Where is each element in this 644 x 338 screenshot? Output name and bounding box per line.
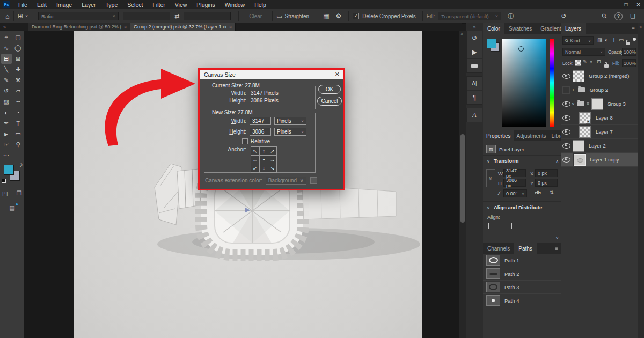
- shape-tool-icon[interactable]: ▭: [13, 129, 24, 139]
- clear-button[interactable]: Clear: [243, 13, 268, 19]
- anchor-top-left[interactable]: ↖: [251, 147, 259, 155]
- healing-brush-tool-icon[interactable]: ✚: [13, 64, 24, 75]
- lock-all-icon[interactable]: [604, 60, 609, 70]
- layer-thumbnail[interactable]: ▣: [579, 112, 591, 124]
- height-input[interactable]: 3086 px: [503, 179, 526, 187]
- crop-height-input[interactable]: [184, 12, 231, 20]
- history-panel-icon[interactable]: ↺: [467, 31, 482, 45]
- layer-thumbnail[interactable]: [579, 126, 591, 138]
- layer-thumbnail[interactable]: [573, 70, 584, 82]
- object-selection-tool-icon[interactable]: ◯: [13, 43, 24, 53]
- type-tool-icon[interactable]: T: [13, 118, 24, 128]
- quick-mask-icon[interactable]: ◳: [0, 188, 10, 199]
- filter-adjustment-layers-icon[interactable]: ◐: [605, 37, 608, 43]
- collapse-align-icon[interactable]: ∨: [487, 206, 490, 210]
- path-row[interactable]: Path 1: [483, 254, 561, 267]
- move-tool-icon[interactable]: ⌖: [1, 32, 12, 42]
- layer-row-layer7[interactable]: Layer 7: [561, 125, 638, 139]
- visibility-eye-icon[interactable]: [562, 74, 570, 79]
- minimize-icon[interactable]: —: [611, 2, 616, 8]
- panel-menu-icon[interactable]: ≡: [555, 246, 558, 252]
- y-input[interactable]: 0 px: [535, 179, 558, 187]
- delete-cropped-pixels-checkbox[interactable]: ✓: [353, 13, 359, 19]
- info-icon[interactable]: ⓘ: [508, 12, 514, 20]
- foreground-swatch[interactable]: [487, 39, 496, 48]
- tab-color[interactable]: Color: [483, 23, 504, 34]
- lock-artboard-icon[interactable]: ⊡: [597, 59, 601, 64]
- layer-thumbnail[interactable]: [574, 154, 586, 166]
- frame-tool-icon[interactable]: ⊠: [13, 54, 24, 64]
- dialog-title-bar[interactable]: Canvas Size ✕: [200, 70, 343, 79]
- layer-thumbnail[interactable]: [573, 140, 584, 152]
- crop-overlay-icon[interactable]: ▦: [323, 12, 329, 20]
- foreground-color-swatch[interactable]: [4, 165, 14, 175]
- lasso-tool-icon[interactable]: ∿: [1, 43, 12, 53]
- straighten-icon[interactable]: ▭: [276, 13, 282, 20]
- color-field-marker[interactable]: [518, 46, 524, 52]
- menu-help[interactable]: Help: [250, 2, 271, 8]
- menu-window[interactable]: Window: [220, 2, 250, 8]
- lock-transparency-icon[interactable]: [575, 60, 581, 66]
- hue-slider[interactable]: [550, 39, 554, 127]
- new-width-input[interactable]: 3147: [250, 117, 271, 125]
- close-icon[interactable]: ✕: [636, 2, 641, 8]
- tab-properties[interactable]: Properties: [483, 130, 514, 141]
- menu-image[interactable]: Image: [52, 2, 77, 8]
- filter-pixel-layers-icon[interactable]: ▨: [597, 37, 602, 43]
- crop-tool-icon[interactable]: ⊞: [18, 12, 23, 20]
- notes-panel-icon[interactable]: [467, 59, 482, 72]
- path-row[interactable]: Path 2: [483, 267, 561, 281]
- visibility-eye-icon[interactable]: [562, 143, 570, 149]
- anchor-top-right[interactable]: ↗: [268, 147, 276, 155]
- panel-menu-icon[interactable]: ≡: [632, 26, 634, 32]
- dialog-close-icon[interactable]: ✕: [335, 71, 340, 78]
- restore-icon[interactable]: □: [625, 2, 628, 8]
- layer-thumbnail[interactable]: [591, 98, 603, 110]
- crop-tool-active-icon[interactable]: ⊞: [1, 54, 12, 64]
- scroll-down-icon[interactable]: ∨: [555, 236, 559, 240]
- menu-select[interactable]: Select: [122, 2, 148, 8]
- marquee-tool-icon[interactable]: ▢: [13, 32, 24, 42]
- gradient-tool-icon[interactable]: ▨: [1, 97, 12, 107]
- visibility-eye-icon[interactable]: [562, 101, 570, 107]
- filter-toggle-icon[interactable]: [633, 38, 636, 41]
- flip-horizontal-icon[interactable]: ▸▮◂: [535, 190, 540, 195]
- align-left-icon[interactable]: [488, 223, 489, 229]
- new-height-input[interactable]: 3086: [250, 128, 271, 136]
- fill-select[interactable]: Transparent (default)∨: [438, 12, 501, 20]
- blend-mode-select[interactable]: Normal∨: [562, 48, 605, 56]
- crop-preset-chevron-icon[interactable]: ∨: [25, 14, 28, 18]
- extension-color-swatch[interactable]: [310, 177, 317, 184]
- menu-plugins[interactable]: Plugins: [192, 2, 219, 8]
- flip-vertical-icon[interactable]: ⇅: [550, 190, 554, 195]
- transform-section-title[interactable]: Transform: [494, 158, 518, 164]
- visibility-eye-icon[interactable]: [562, 129, 570, 135]
- opacity-select[interactable]: 100%∨: [622, 48, 636, 56]
- collapse-transform-icon[interactable]: ∨: [487, 159, 490, 164]
- path-selection-tool-icon[interactable]: ►: [1, 129, 12, 139]
- visibility-eye-icon[interactable]: [562, 157, 570, 163]
- visibility-empty-icon[interactable]: [562, 86, 570, 94]
- tab-swatches[interactable]: Swatches: [504, 23, 536, 34]
- crop-width-input[interactable]: [123, 12, 170, 20]
- filter-type-layers-icon[interactable]: T: [612, 37, 616, 43]
- menu-type[interactable]: Type: [100, 2, 122, 8]
- layer-row-group2-merged[interactable]: Group 2 (merged): [561, 69, 638, 83]
- anchor-left[interactable]: ←: [251, 156, 259, 164]
- color-field[interactable]: [502, 39, 546, 127]
- scroll-up-icon[interactable]: ∧: [555, 159, 559, 164]
- swap-dimensions-icon[interactable]: ⇄: [174, 13, 179, 20]
- x-input[interactable]: 0 px: [535, 169, 558, 177]
- tab-paths[interactable]: Paths: [514, 243, 537, 254]
- clone-stamp-tool-icon[interactable]: ⚒: [13, 75, 24, 85]
- layer-filter-select[interactable]: ⚲Kind∨: [562, 36, 594, 45]
- reset-tool-icon[interactable]: ↺: [561, 12, 566, 20]
- delete-cropped-pixels-label[interactable]: Delete Cropped Pixels: [362, 13, 416, 19]
- fill-select[interactable]: 100%∨: [622, 59, 636, 67]
- link-dimensions-icon[interactable]: ∞: [486, 169, 495, 187]
- align-more-button[interactable]: ...: [543, 232, 549, 238]
- width-unit-select[interactable]: Pixels∨: [274, 117, 306, 125]
- default-colors-icon[interactable]: [2, 179, 6, 183]
- tab-layers[interactable]: Layers: [561, 23, 586, 34]
- help-icon[interactable]: ?: [614, 12, 623, 20]
